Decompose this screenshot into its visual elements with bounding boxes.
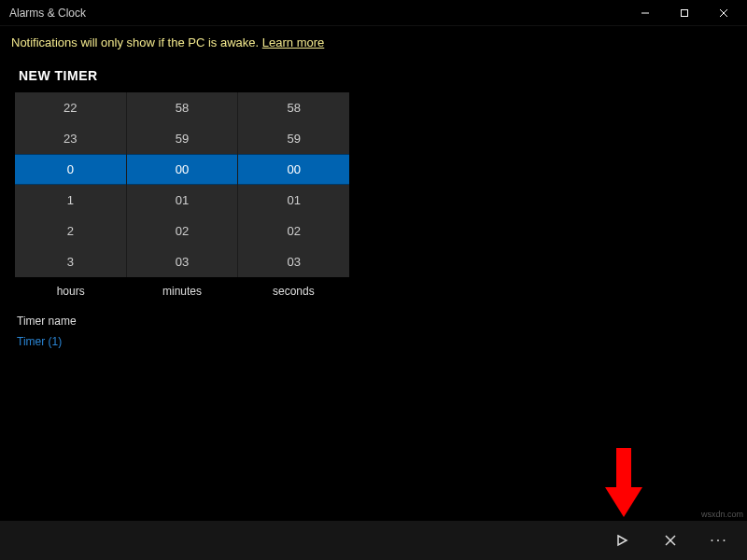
close-icon — [719, 8, 728, 18]
command-bar: ··· — [0, 521, 747, 560]
close-button[interactable] — [704, 0, 743, 26]
picker-cell[interactable]: 01 — [238, 185, 349, 216]
picker-cell[interactable]: 02 — [238, 216, 349, 246]
seconds-column[interactable]: 58 59 00 01 02 03 — [238, 92, 349, 277]
timer-name-label: Timer name — [15, 298, 732, 333]
hours-label: hours — [15, 285, 126, 298]
watermark: wsxdn.com — [701, 510, 743, 519]
titlebar: Alarms & Clock — [0, 0, 747, 26]
minimize-icon — [641, 8, 650, 18]
picker-cell[interactable]: 01 — [127, 185, 238, 216]
maximize-button[interactable] — [665, 0, 704, 26]
svg-rect-1 — [682, 9, 688, 16]
hours-column[interactable]: 22 23 0 1 2 3 — [15, 92, 127, 277]
picker-cell[interactable]: 23 — [15, 123, 126, 154]
picker-cell[interactable]: 03 — [127, 246, 238, 277]
window-title: Alarms & Clock — [9, 7, 86, 20]
svg-rect-7 — [616, 448, 631, 487]
seconds-label: seconds — [238, 285, 349, 298]
picker-labels: hours minutes seconds — [15, 277, 349, 298]
learn-more-link[interactable]: Learn more — [262, 35, 324, 49]
picker-cell[interactable]: 1 — [15, 185, 126, 216]
picker-cell-selected[interactable]: 0 — [15, 154, 126, 185]
cancel-button[interactable] — [655, 525, 685, 555]
svg-marker-4 — [618, 536, 627, 545]
timer-name-input[interactable]: Timer (1) — [15, 333, 732, 350]
picker-cell[interactable]: 58 — [127, 92, 238, 123]
picker-cell[interactable]: 03 — [238, 246, 349, 277]
close-icon — [664, 534, 677, 547]
picker-cell[interactable]: 3 — [15, 246, 126, 277]
picker-cell[interactable]: 59 — [238, 123, 349, 154]
maximize-icon — [680, 8, 689, 18]
play-icon — [615, 534, 628, 547]
minutes-label: minutes — [126, 285, 237, 298]
picker-cell[interactable]: 58 — [238, 92, 349, 123]
window-controls — [626, 0, 743, 26]
notification-strip: Notifications will only show if the PC i… — [0, 26, 747, 57]
picker-cell-selected[interactable]: 00 — [238, 154, 349, 185]
content: NEW TIMER 22 23 0 1 2 3 58 59 00 01 02 0… — [0, 57, 747, 350]
more-button[interactable]: ··· — [704, 525, 734, 555]
time-picker: 22 23 0 1 2 3 58 59 00 01 02 03 58 59 00… — [15, 92, 349, 277]
picker-cell[interactable]: 2 — [15, 216, 126, 246]
play-button[interactable] — [607, 525, 637, 555]
minutes-column[interactable]: 58 59 00 01 02 03 — [127, 92, 239, 277]
minimize-button[interactable] — [626, 0, 665, 26]
svg-marker-8 — [605, 487, 642, 517]
notification-text: Notifications will only show if the PC i… — [11, 35, 262, 49]
picker-cell[interactable]: 22 — [15, 92, 126, 123]
annotation-arrow-icon — [603, 448, 644, 521]
picker-cell[interactable]: 59 — [127, 123, 238, 154]
picker-cell-selected[interactable]: 00 — [127, 154, 238, 185]
picker-cell[interactable]: 02 — [127, 216, 238, 246]
page-title: NEW TIMER — [15, 64, 732, 92]
more-icon: ··· — [710, 532, 727, 549]
